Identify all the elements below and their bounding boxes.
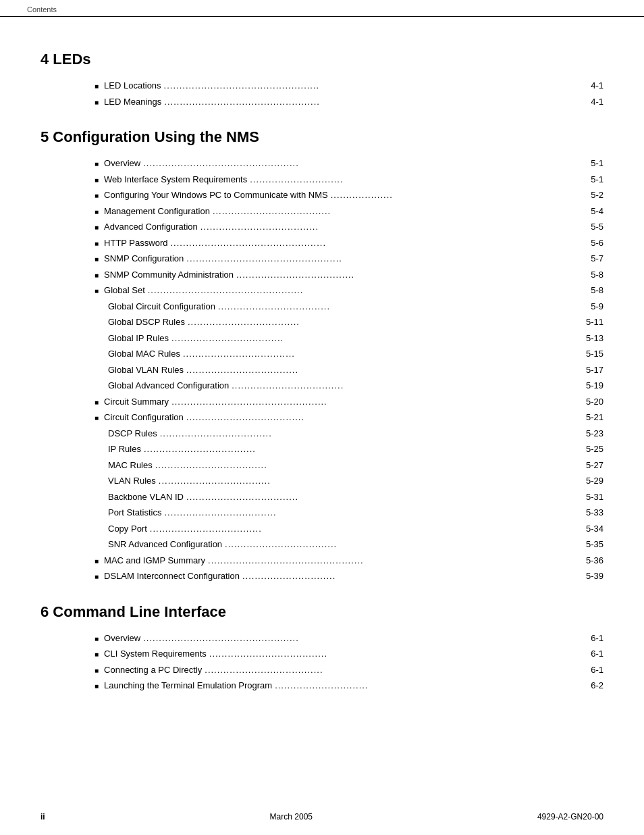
toc-list-chapter-6: ■Overview ..............................… bbox=[95, 632, 603, 692]
chapter-5: 5 Configuration Using the NMS■Overview .… bbox=[41, 128, 603, 583]
toc-page-num: 6-2 bbox=[576, 679, 603, 692]
toc-page-num: 4-1 bbox=[576, 79, 603, 93]
bullet-icon: ■ bbox=[95, 634, 99, 644]
toc-dots: ........................................… bbox=[164, 79, 574, 93]
toc-page-num: 5-5 bbox=[576, 220, 603, 234]
page-container: Contents 4 LEDs■LED Locations ..........… bbox=[0, 0, 644, 835]
toc-page-num: 5-25 bbox=[576, 442, 603, 456]
toc-page-num: 5-1 bbox=[576, 157, 603, 170]
toc-item-text: CLI System Requirements bbox=[104, 647, 207, 661]
sub-toc-item: VLAN Rules .............................… bbox=[95, 474, 603, 488]
sub-toc-item: Global DSCP Rules ......................… bbox=[95, 315, 603, 329]
sub-toc-item: Global VLAN Rules ......................… bbox=[95, 363, 603, 377]
toc-page-num: 5-13 bbox=[576, 332, 603, 345]
toc-page-num: 5-15 bbox=[576, 347, 603, 361]
sub-toc-item: DSCP Rules .............................… bbox=[95, 427, 603, 440]
toc-item-text: Circuit Configuration bbox=[104, 411, 184, 424]
toc-item-text: Global Advanced Configuration bbox=[108, 379, 229, 393]
chapter-title-6: 6 Command Line Interface bbox=[41, 603, 603, 621]
sub-toc-item: Global Circuit Configuration ...........… bbox=[95, 300, 603, 313]
toc-page-num: 6-1 bbox=[576, 663, 603, 677]
toc-page-num: 5-29 bbox=[576, 474, 603, 488]
toc-page-num: 6-1 bbox=[576, 647, 603, 661]
toc-dots: ...................................... bbox=[186, 411, 574, 424]
toc-dots: ........................................… bbox=[186, 252, 574, 265]
toc-page-num: 5-9 bbox=[576, 300, 603, 313]
toc-item-text: Configuring Your Windows PC to Communica… bbox=[104, 188, 328, 202]
toc-page-num: 5-1 bbox=[576, 173, 603, 186]
toc-page-num: 5-27 bbox=[576, 459, 603, 472]
toc-page-num: 4-1 bbox=[576, 95, 603, 109]
sub-toc-item: Copy Port ..............................… bbox=[95, 522, 603, 536]
toc-item-text: Copy Port bbox=[108, 522, 147, 536]
toc-dots: .............................. bbox=[275, 679, 574, 692]
toc-dots: .................................... bbox=[164, 506, 574, 520]
toc-item-text: Global DSCP Rules bbox=[108, 315, 185, 329]
toc-item: ■Web Interface System Requirements .....… bbox=[95, 173, 603, 186]
header-bar: Contents bbox=[0, 0, 644, 17]
toc-dots: .................................... bbox=[155, 459, 574, 472]
toc-dots: ...................................... bbox=[213, 205, 574, 218]
toc-dots: ...................................... bbox=[205, 663, 574, 677]
chapter-title-5: 5 Configuration Using the NMS bbox=[41, 128, 603, 146]
toc-item-text: SNR Advanced Configuration bbox=[108, 538, 222, 551]
toc-page-num: 5-4 bbox=[576, 205, 603, 218]
toc-item-text: MAC and IGMP Summary bbox=[104, 554, 205, 567]
toc-item: ■HTTP Password .........................… bbox=[95, 236, 603, 250]
toc-dots: .................................... bbox=[186, 490, 574, 504]
bullet-icon: ■ bbox=[95, 238, 99, 249]
toc-list-chapter-4: ■LED Locations .........................… bbox=[95, 79, 603, 108]
toc-item: ■DSLAM Interconnect Configuration ......… bbox=[95, 570, 603, 583]
toc-dots: ........................................… bbox=[164, 95, 574, 109]
toc-item: ■LED Meanings ..........................… bbox=[95, 95, 603, 109]
toc-item-text: Overview bbox=[104, 157, 140, 170]
toc-page-num: 5-33 bbox=[576, 506, 603, 520]
toc-item-text: VLAN Rules bbox=[108, 474, 156, 488]
toc-page-num: 5-8 bbox=[576, 284, 603, 297]
toc-item-text: Backbone VLAN ID bbox=[108, 490, 184, 504]
toc-dots: .................... bbox=[331, 188, 574, 202]
bullet-icon: ■ bbox=[95, 681, 99, 691]
sub-toc-item: Global IP Rules ........................… bbox=[95, 332, 603, 345]
toc-item: ■Launching the Terminal Emulation Progra… bbox=[95, 679, 603, 692]
toc-item-text: Global MAC Rules bbox=[108, 347, 180, 361]
toc-item-text: MAC Rules bbox=[108, 459, 153, 472]
toc-item: ■Circuit Summary .......................… bbox=[95, 395, 603, 409]
toc-dots: ........................................… bbox=[208, 554, 574, 567]
toc-item: ■Management Configuration ..............… bbox=[95, 205, 603, 218]
sub-toc-item: MAC Rules ..............................… bbox=[95, 459, 603, 472]
toc-page-num: 5-39 bbox=[576, 570, 603, 583]
bullet-icon: ■ bbox=[95, 413, 99, 423]
footer: ii March 2005 4929-A2-GN20-00 bbox=[0, 812, 644, 821]
toc-item: ■SNMP Community Administration .........… bbox=[95, 268, 603, 282]
toc-item: ■CLI System Requirements ...............… bbox=[95, 647, 603, 661]
toc-page-num: 5-6 bbox=[576, 236, 603, 250]
toc-item-text: Connecting a PC Directly bbox=[104, 663, 202, 677]
footer-page-number: ii bbox=[41, 812, 45, 821]
toc-page-num: 5-11 bbox=[576, 315, 603, 329]
toc-dots: ........................................… bbox=[143, 632, 574, 645]
toc-item-text: DSLAM Interconnect Configuration bbox=[104, 570, 240, 583]
toc-dots: .................................... bbox=[188, 315, 574, 329]
toc-item: ■LED Locations .........................… bbox=[95, 79, 603, 93]
toc-item: ■Global Set ............................… bbox=[95, 284, 603, 297]
main-content: 4 LEDs■LED Locations ...................… bbox=[0, 17, 644, 740]
bullet-icon: ■ bbox=[95, 159, 99, 169]
toc-item: ■Configuring Your Windows PC to Communic… bbox=[95, 188, 603, 202]
bullet-icon: ■ bbox=[95, 397, 99, 407]
toc-page-num: 5-23 bbox=[576, 427, 603, 440]
toc-item-text: Launching the Terminal Emulation Program bbox=[104, 679, 272, 692]
toc-item: ■MAC and IGMP Summary ..................… bbox=[95, 554, 603, 567]
toc-item-text: Global Set bbox=[104, 284, 145, 297]
toc-item-text: IP Rules bbox=[108, 442, 141, 456]
toc-dots: .................................... bbox=[160, 427, 574, 440]
header-label: Contents bbox=[27, 5, 57, 14]
sub-toc-item: Global MAC Rules .......................… bbox=[95, 347, 603, 361]
toc-page-num: 5-8 bbox=[576, 268, 603, 282]
toc-dots: .................................... bbox=[183, 347, 574, 361]
bullet-icon: ■ bbox=[95, 97, 99, 107]
toc-page-num: 5-17 bbox=[576, 363, 603, 377]
toc-dots: .............................. bbox=[250, 173, 574, 186]
toc-item-text: DSCP Rules bbox=[108, 427, 157, 440]
toc-page-num: 5-2 bbox=[576, 188, 603, 202]
